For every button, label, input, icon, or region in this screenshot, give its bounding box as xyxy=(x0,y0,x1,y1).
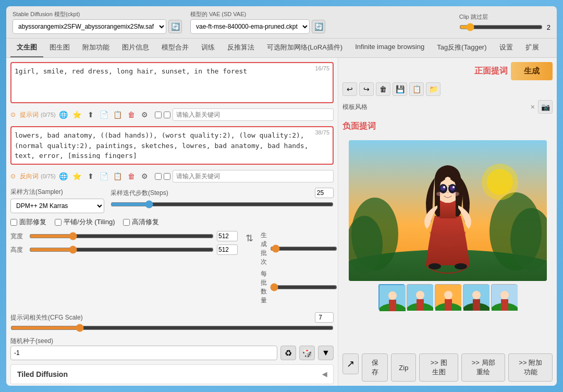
negative-counter: 38/75 xyxy=(315,129,329,136)
svg-point-16 xyxy=(452,186,455,188)
steps-slider[interactable] xyxy=(111,200,334,209)
settings-icon-neg[interactable]: ⚙ xyxy=(139,170,151,182)
hires-fix-checkbox[interactable]: 高清修复 xyxy=(123,217,159,227)
delete-icon-neg[interactable]: 🗑 xyxy=(126,170,137,182)
tab-pnginfo[interactable]: 图片信息 xyxy=(116,39,155,57)
negative-count: (0/75) xyxy=(41,173,56,179)
tpl-save-icon[interactable]: 💾 xyxy=(393,82,407,96)
tiling-checkbox[interactable]: 平铺/分块 (Tiling) xyxy=(55,217,115,227)
thumbnail-1[interactable] xyxy=(378,284,405,310)
height-label: 高度 xyxy=(10,246,26,254)
thumbnail-5[interactable] xyxy=(491,284,517,310)
width-slider[interactable] xyxy=(29,232,214,240)
batch-size-slider[interactable] xyxy=(270,283,337,291)
model-select[interactable]: abyssorangemix2SFW_abyssorangemix2Sfw.sa… xyxy=(13,19,166,34)
thumbnail-4[interactable] xyxy=(463,284,489,310)
negative-prompt-textarea[interactable]: lowers, bad anatomy, ((bad hands)), (wor… xyxy=(15,130,329,159)
tiled-diffusion-header[interactable]: Tiled Diffusion ◀ xyxy=(11,365,333,384)
tpl-camera-icon[interactable]: 📷 xyxy=(538,100,553,114)
svg-point-36 xyxy=(472,291,481,299)
batch-count-row: 生成批次 xyxy=(261,231,334,266)
checkboxes-row: 面部修复 平铺/分块 (Tiling) 高清修复 xyxy=(10,217,334,227)
dice-icon[interactable]: 🎲 xyxy=(299,346,315,360)
upload-icon-neg[interactable]: ⬆ xyxy=(85,170,96,182)
template-close-btn[interactable]: × xyxy=(531,103,535,111)
inpaint-btn[interactable]: >> 局部重绘 xyxy=(461,353,506,382)
cfg-slider[interactable] xyxy=(10,324,334,332)
svg-point-24 xyxy=(388,291,397,300)
cfg-value[interactable] xyxy=(315,312,334,323)
thumbnail-2[interactable] xyxy=(407,284,433,310)
tab-train[interactable]: 训练 xyxy=(195,39,221,57)
sampler-select[interactable]: DPM++ 2M Karras xyxy=(10,199,104,213)
thumbnail-row xyxy=(378,284,517,310)
delete-icon-pos[interactable]: 🗑 xyxy=(126,109,137,120)
clip-slider[interactable] xyxy=(459,23,543,31)
height-value[interactable] xyxy=(217,244,238,255)
model-label: Stable Diffusion 模型(ckpt) xyxy=(13,10,182,18)
thumbnail-3[interactable] xyxy=(435,284,461,310)
height-slider[interactable] xyxy=(29,246,214,254)
tab-extensions[interactable]: 扩展 xyxy=(519,39,545,57)
zip-btn[interactable]: Zip xyxy=(391,353,416,382)
copy-icon-pos[interactable]: 📋 xyxy=(112,109,124,120)
svg-rect-33 xyxy=(445,299,452,311)
paste-icon-neg[interactable]: 📄 xyxy=(99,170,110,182)
tab-settings[interactable]: 设置 xyxy=(493,39,519,57)
nav-tabs: 文生图 图生图 附加功能 图片信息 模型合并 训练 反推算法 可选附加网络(Lo… xyxy=(6,39,557,58)
keyword-input-neg[interactable] xyxy=(173,170,334,182)
globe-icon[interactable]: 🌐 xyxy=(58,109,69,120)
tab-browser[interactable]: Infinite image browsing xyxy=(349,39,431,57)
svg-rect-29 xyxy=(417,299,424,311)
positive-toolbar-label: 提示词 xyxy=(20,111,39,119)
swap-btn[interactable]: ⇅ xyxy=(242,231,256,246)
upload-icon[interactable]: ⬆ xyxy=(85,109,96,120)
svg-point-20 xyxy=(429,263,441,270)
img2img-btn[interactable]: >> 图生图 xyxy=(419,353,458,382)
svg-rect-41 xyxy=(501,299,508,311)
extras-btn[interactable]: >> 附加功能 xyxy=(508,353,553,382)
face-fix-checkbox[interactable]: 面部修复 xyxy=(10,217,46,227)
keyword-input-pos[interactable] xyxy=(173,108,334,121)
checkbox-pos[interactable] xyxy=(155,112,162,118)
vae-select[interactable]: vae-ft-mse-840000-ema-pruned.ckpt xyxy=(190,19,310,34)
template-label: 模板风格 xyxy=(342,103,368,112)
tpl-undo-icon[interactable]: ↪ xyxy=(359,82,374,96)
tab-lora[interactable]: 可选附加网络(LoRA插件) xyxy=(261,39,349,57)
batch-count-label: 生成批次 xyxy=(261,231,267,266)
tab-interrogate[interactable]: 反推算法 xyxy=(221,39,261,57)
seed-input[interactable] xyxy=(10,346,277,360)
vae-refresh-btn[interactable]: 🔄 xyxy=(312,20,325,33)
tab-extras[interactable]: 附加功能 xyxy=(76,39,116,57)
tab-txt2img[interactable]: 文生图 xyxy=(10,39,43,57)
seed-dropdown-btn[interactable]: ▼ xyxy=(318,346,334,360)
width-value[interactable] xyxy=(217,231,238,241)
share-btn[interactable]: ↗ xyxy=(342,353,359,374)
checkbox-neg[interactable] xyxy=(155,173,162,180)
settings-icon-pos[interactable]: ⚙ xyxy=(139,109,151,120)
tab-img2img[interactable]: 图生图 xyxy=(43,39,76,57)
tpl-trash-icon[interactable]: 🗑 xyxy=(376,82,390,96)
globe-icon-neg[interactable]: 🌐 xyxy=(58,170,69,182)
tpl-file-icon[interactable]: 📁 xyxy=(426,82,440,96)
paste-icon[interactable]: 📄 xyxy=(99,109,110,120)
model-refresh-btn[interactable]: 🔄 xyxy=(168,20,182,33)
tab-merge[interactable]: 模型合并 xyxy=(155,39,195,57)
positive-prompt-textarea[interactable]: 1girl, smile, red dress, long hair, suns… xyxy=(15,66,329,97)
copy-icon-neg[interactable]: 📋 xyxy=(112,170,124,182)
seed-label: 随机种子(seed) xyxy=(10,337,53,345)
checkbox-pos2[interactable] xyxy=(164,112,170,118)
save-btn[interactable]: 保存 xyxy=(362,353,388,382)
star-icon[interactable]: ⭐ xyxy=(71,109,83,120)
star-icon-neg[interactable]: ⭐ xyxy=(71,170,83,182)
batch-count-slider[interactable] xyxy=(270,244,337,253)
recycle-icon[interactable]: ♻ xyxy=(280,346,296,360)
generate-btn[interactable]: 生成 xyxy=(511,62,553,80)
steps-value[interactable] xyxy=(315,188,334,198)
seed-group: 随机种子(seed) ♻ 🎲 ▼ xyxy=(10,337,334,360)
tpl-copy-icon[interactable]: 📋 xyxy=(409,82,424,96)
tpl-back-icon[interactable]: ↩ xyxy=(342,82,357,96)
checkbox-neg2[interactable] xyxy=(164,173,170,180)
tab-tagger[interactable]: Tag反推(Tagger) xyxy=(431,39,493,57)
positive-toolbar: ⊙ 提示词 (0/75) 🌐 ⭐ ⬆ 📄 📋 🗑 ⚙ xyxy=(10,106,334,123)
